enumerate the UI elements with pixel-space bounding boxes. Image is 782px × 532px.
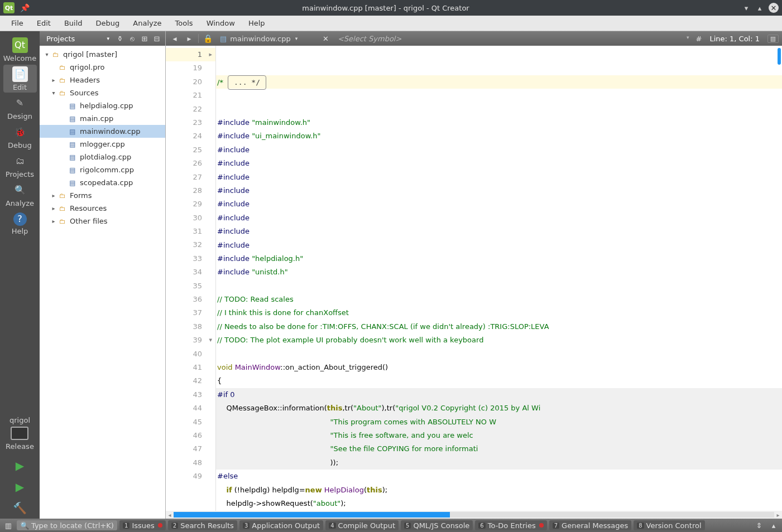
project-tree[interactable]: ▾🗀qrigol [master]🗀qrigol.pro▸🗀Headers▾🗀S…	[40, 46, 165, 519]
fold-icon[interactable]: ▾	[209, 333, 212, 347]
tree-item[interactable]: ▤main.cpp	[40, 112, 165, 125]
scroll-left-icon[interactable]: ◂	[166, 512, 174, 518]
menu-analyze[interactable]: Analyze	[126, 17, 168, 30]
mode-edit[interactable]: 📄 Edit	[3, 65, 37, 93]
pin-icon[interactable]: 📌	[20, 3, 30, 12]
code-line[interactable]: if (!helpdlg) helpdlg=new HelpDialog(thi…	[216, 483, 782, 497]
menu-build[interactable]: Build	[57, 17, 89, 30]
close-split-icon[interactable]: ⊟	[152, 33, 162, 43]
code-line[interactable]: #include "ui_mainwindow.h"	[216, 129, 782, 143]
code-line[interactable]: #include	[216, 239, 782, 252]
code-line[interactable]: // TODO: Read scales	[216, 293, 782, 306]
code-line[interactable]: #include	[216, 211, 782, 225]
code-line[interactable]: /* ... */	[216, 75, 782, 89]
tree-item[interactable]: ▸🗀Resources	[40, 202, 165, 215]
nav-back-button[interactable]: ◂	[169, 34, 180, 43]
code-line[interactable]: {	[216, 374, 782, 388]
code-line[interactable]	[216, 279, 782, 293]
pane-max-button[interactable]: ▴	[767, 520, 780, 530]
pane-expand-button[interactable]: ⇕	[753, 520, 765, 530]
mode-analyze[interactable]: 🔍 Analyze	[3, 181, 37, 209]
expand-arrow-icon[interactable]: ▸	[50, 192, 57, 199]
output-pane-issues[interactable]: 1Issues	[119, 520, 166, 530]
vscroll-indicator[interactable]	[778, 48, 781, 65]
tree-item[interactable]: ▤rigolcomm.cpp	[40, 163, 165, 176]
tree-item[interactable]: ▾🗀qrigol [master]	[40, 48, 165, 61]
horizontal-scrollbar[interactable]: ◂ ▸	[166, 511, 782, 519]
expand-arrow-icon[interactable]: ▸	[50, 218, 57, 224]
code-line[interactable]	[216, 103, 782, 116]
lock-icon[interactable]: 🔒	[202, 34, 213, 43]
code-line[interactable]	[216, 347, 782, 361]
menu-file[interactable]: File	[4, 17, 30, 30]
mode-welcome[interactable]: Qt Welcome	[3, 36, 37, 64]
code-line[interactable]: #include "helpdialog.h"	[216, 252, 782, 265]
expand-arrow-icon[interactable]: ▾	[50, 90, 57, 96]
code-line[interactable]: "See the file COPYING for more informati	[216, 442, 782, 456]
mode-debug[interactable]: 🐞 Debug	[3, 123, 37, 151]
menu-edit[interactable]: Edit	[30, 17, 57, 30]
build-button[interactable]: 🔨	[12, 500, 28, 516]
code-line[interactable]: #else	[216, 470, 782, 483]
tree-item[interactable]: ▾🗀Sources	[40, 86, 165, 99]
menu-debug[interactable]: Debug	[89, 17, 127, 30]
mode-design[interactable]: ✎ Design	[3, 94, 37, 122]
scroll-right-icon[interactable]: ▸	[774, 512, 782, 518]
symbol-selector[interactable]: <Select Symbol>	[334, 33, 693, 44]
code-line[interactable]: QMessageBox::information(this,tr("About"…	[216, 402, 782, 415]
editor-body[interactable]: 1▸19202122232425262728293031323334353637…	[166, 46, 782, 519]
line-gutter[interactable]: 1▸19202122232425262728293031323334353637…	[166, 46, 216, 519]
code-line[interactable]: void MainWindow::on_action_About_trigger…	[216, 361, 782, 374]
code-line[interactable]: #include	[216, 143, 782, 157]
split-button[interactable]: ▥	[767, 35, 779, 43]
output-pane-general-messages[interactable]: 7General Messages	[549, 520, 632, 530]
code-line[interactable]: #include	[216, 157, 782, 170]
code-line[interactable]: #if 0	[216, 388, 782, 402]
scroll-thumb[interactable]	[174, 512, 450, 518]
tree-item[interactable]: ▸🗀Forms	[40, 189, 165, 202]
locator-input[interactable]: 🔍 Type to locate (Ctrl+K)	[17, 520, 117, 530]
tree-item[interactable]: ▤mlogger.cpp	[40, 138, 165, 151]
link-icon[interactable]: ⎋	[127, 33, 137, 43]
close-button[interactable]: ✕	[769, 3, 779, 13]
code-line[interactable]: #include	[216, 225, 782, 238]
code-line[interactable]: helpdlg->showRequest("about");	[216, 497, 782, 510]
run-button[interactable]: ▶	[12, 457, 28, 474]
code-line[interactable]: #include	[216, 184, 782, 197]
code-line[interactable]: #include	[216, 171, 782, 184]
output-pane-compile-output[interactable]: 4Compile Output	[325, 520, 399, 530]
filter-icon[interactable]: ⚱	[115, 33, 125, 43]
code-line[interactable]: // I think this is done for chanXoffset	[216, 306, 782, 320]
tree-item[interactable]: 🗀qrigol.pro	[40, 61, 165, 74]
menu-help[interactable]: Help	[242, 17, 272, 30]
close-file-button[interactable]: ✕	[320, 35, 331, 43]
code-line[interactable]: #include	[216, 197, 782, 211]
projects-combo[interactable]: Projects	[43, 33, 113, 44]
output-pane-qml-js-console[interactable]: 5QML/JS Console	[401, 520, 473, 530]
tree-item[interactable]: ▸🗀Headers	[40, 74, 165, 86]
minimize-button[interactable]: ▾	[742, 3, 751, 12]
mode-projects[interactable]: 🗂 Projects	[3, 152, 37, 180]
expand-arrow-icon[interactable]: ▾	[43, 51, 51, 57]
expand-arrow-icon[interactable]: ▸	[50, 205, 57, 211]
nav-forward-button[interactable]: ▸	[184, 34, 195, 43]
toggle-sidebar-button[interactable]: ▥	[2, 520, 15, 530]
code-line[interactable]: "This is free software, and you are welc	[216, 429, 782, 442]
expand-arrow-icon[interactable]: ▸	[50, 77, 57, 83]
output-pane-to-do-entries[interactable]: 6To-Do Entries	[475, 520, 546, 530]
tree-item[interactable]: ▤helpdialog.cpp	[40, 99, 165, 112]
add-split-icon[interactable]: ⊞	[140, 33, 150, 43]
menu-window[interactable]: Window	[200, 17, 242, 30]
code-area[interactable]: /* ... */#include "mainwindow.h"#include…	[216, 46, 782, 519]
tree-item[interactable]: ▤scopedata.cpp	[40, 176, 165, 189]
code-line[interactable]: ));	[216, 456, 782, 470]
code-line[interactable]	[216, 89, 782, 102]
tree-item[interactable]: ▤plotdialog.cpp	[40, 151, 165, 163]
output-pane-search-results[interactable]: 2Search Results	[168, 520, 237, 530]
code-line[interactable]: #include "mainwindow.h"	[216, 116, 782, 129]
output-pane-version-control[interactable]: 8Version Control	[634, 520, 704, 530]
tree-item[interactable]: ▸🗀Other files	[40, 215, 165, 228]
code-line[interactable]: #include "unistd.h"	[216, 265, 782, 279]
kit-selector[interactable]: qrigol Release	[6, 416, 34, 451]
run-debug-button[interactable]: ▶	[12, 478, 28, 495]
